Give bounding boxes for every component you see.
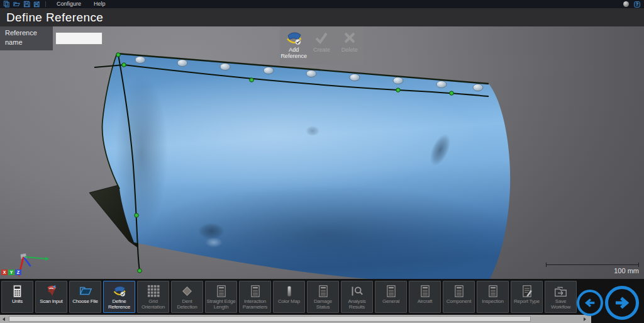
color-bar-icon <box>284 283 295 298</box>
workflow-item-damage-status[interactable]: Damage Status <box>307 281 339 313</box>
sphere-icon[interactable] <box>623 1 629 7</box>
workflow-item-dent-detection[interactable]: Dent Detection <box>171 281 203 313</box>
form-icon <box>318 283 329 298</box>
axis-y-chip: Y <box>8 269 14 275</box>
menu-item-help[interactable]: Help <box>87 0 112 8</box>
reference-name-input[interactable] <box>55 32 103 45</box>
workflow-item-color-map[interactable]: Color Map <box>273 281 305 313</box>
reference-toolbar: Add Reference Create Delete <box>280 26 364 65</box>
scale-bar-label: 100 mm <box>546 267 639 275</box>
arrow-left-icon <box>583 296 597 310</box>
scale-bar: 100 mm <box>546 262 639 275</box>
workflow-bar: Units Scan Input Choose File Define Refe… <box>0 279 644 323</box>
workflow-item-report-type[interactable]: Report Type <box>511 281 543 313</box>
workflow-item-save-workflow[interactable]: Save Workflow <box>545 281 577 313</box>
page-title: Define Reference <box>0 8 644 26</box>
workflow-item-scan-input[interactable]: Scan Input <box>35 281 67 313</box>
scroll-left-arrow-icon[interactable] <box>3 317 5 321</box>
horizontal-scrollbar[interactable] <box>0 315 591 323</box>
report-pencil-icon <box>521 283 533 298</box>
workflow-item-straight-edge-length[interactable]: Straight Edge Length <box>205 281 237 313</box>
dent-mark <box>306 126 319 136</box>
axis-z-chip: Z <box>15 269 21 275</box>
save-as-icon[interactable] <box>33 1 40 8</box>
scroll-right-arrow-icon[interactable] <box>584 317 586 321</box>
add-reference-button[interactable]: Add Reference <box>280 26 308 65</box>
reference-name-label: Reference name <box>0 26 53 50</box>
create-label: Create <box>313 47 330 54</box>
delete-button[interactable]: Delete <box>336 26 364 65</box>
analysis-magnifier-icon <box>350 283 364 298</box>
form-icon <box>453 283 465 298</box>
create-button[interactable]: Create <box>308 26 335 65</box>
define-reference-icon <box>113 283 126 298</box>
scan-input-icon <box>45 283 58 298</box>
workflow-item-choose-file[interactable]: Choose File <box>69 281 101 313</box>
application-window: Configure Help ? Define Reference <box>0 0 644 323</box>
workflow-item-inspection[interactable]: Inspection <box>477 281 509 313</box>
dent-mark <box>198 223 225 239</box>
workflow-item-aircraft[interactable]: Aircraft <box>409 281 441 313</box>
add-reference-label: Add Reference <box>280 47 308 59</box>
new-file-icon[interactable] <box>3 1 10 8</box>
axis-x-chip: X <box>1 269 8 275</box>
workflow-steps: Units Scan Input Choose File Define Refe… <box>1 281 577 313</box>
workflow-item-units[interactable]: Units <box>1 281 33 313</box>
delete-x-icon <box>341 29 358 47</box>
menu-separator <box>45 1 46 7</box>
form-icon <box>216 283 227 298</box>
add-reference-icon <box>285 29 303 47</box>
form-icon <box>386 283 397 298</box>
workflow-item-interaction-parameters[interactable]: Interaction Parameters <box>239 281 271 313</box>
create-check-icon <box>313 29 330 47</box>
units-calculator-icon <box>11 283 23 298</box>
workflow-item-grid-orientation[interactable]: Grid Orientation <box>137 281 169 313</box>
axis-labels: X Y Z <box>1 269 22 275</box>
scale-bar-line <box>546 264 639 265</box>
grid-icon <box>147 283 160 298</box>
form-icon <box>487 283 499 298</box>
arrow-right-icon <box>613 293 631 312</box>
workflow-item-general[interactable]: General <box>375 281 407 313</box>
form-icon <box>250 283 261 298</box>
next-step-button[interactable] <box>605 286 639 320</box>
previous-step-button[interactable] <box>577 290 603 316</box>
help-bubble-icon[interactable]: ? <box>634 1 640 8</box>
save-workflow-icon <box>554 283 567 298</box>
viewport-3d[interactable]: Reference name Add Reference Create De <box>0 26 644 279</box>
diamond-icon <box>181 283 193 298</box>
save-icon[interactable] <box>23 1 30 8</box>
menu-bar: Configure Help ? <box>0 0 644 8</box>
scrollbar-thumb[interactable] <box>9 316 531 322</box>
axis-triad-icon <box>18 253 49 277</box>
workflow-item-analysis-results[interactable]: Analysis Results <box>341 281 373 313</box>
workflow-item-define-reference[interactable]: Define Reference <box>103 281 135 313</box>
menu-item-configure[interactable]: Configure <box>50 0 87 8</box>
workflow-item-component[interactable]: Component <box>443 281 475 313</box>
open-file-icon[interactable] <box>13 1 20 8</box>
open-folder-icon <box>79 283 92 298</box>
delete-label: Delete <box>341 47 358 54</box>
form-icon <box>419 283 431 298</box>
